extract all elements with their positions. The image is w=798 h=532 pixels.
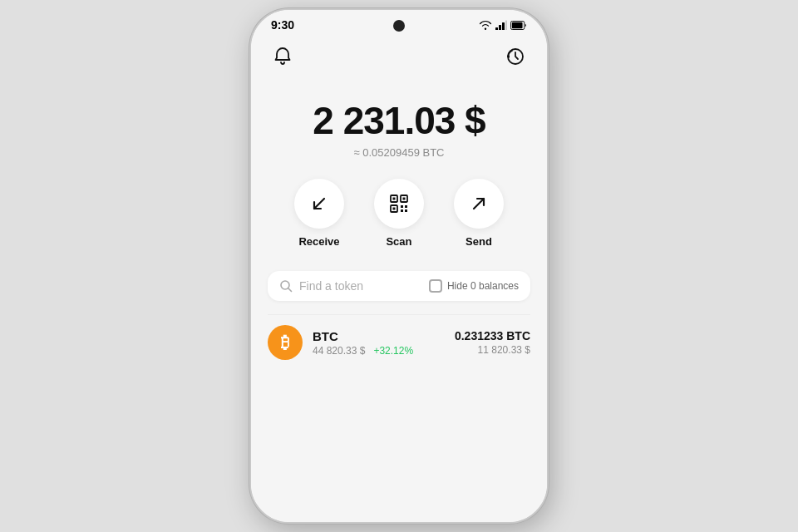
token-list: ₿ BTC 44 820.33 $ +32.12% 0.231233 BTC 1… xyxy=(268,314,530,522)
svg-rect-16 xyxy=(401,209,403,212)
camera-notch xyxy=(393,20,405,32)
bell-icon xyxy=(273,47,292,66)
wifi-icon xyxy=(479,20,492,30)
top-bar-actions xyxy=(268,35,530,85)
btc-values: 0.231233 BTC 11 820.33 $ xyxy=(455,329,530,356)
svg-rect-3 xyxy=(505,21,507,31)
scan-action[interactable]: Scan xyxy=(374,179,424,248)
btc-name: BTC xyxy=(313,329,445,343)
svg-rect-17 xyxy=(405,209,407,212)
receive-circle xyxy=(294,179,344,229)
phone-shell: 9:30 xyxy=(249,8,549,524)
btc-usd: 11 820.33 $ xyxy=(455,344,530,356)
btc-change: +32.12% xyxy=(373,345,413,357)
hide-balance-section[interactable]: Hide 0 balances xyxy=(429,279,519,293)
svg-rect-14 xyxy=(401,205,403,208)
hide-balance-label: Hide 0 balances xyxy=(447,280,519,292)
btc-info: BTC 44 820.33 $ +32.12% xyxy=(313,329,445,357)
scan-circle xyxy=(374,179,424,229)
svg-rect-15 xyxy=(405,205,407,208)
receive-label: Receive xyxy=(298,235,339,248)
signal-icon xyxy=(495,20,507,30)
svg-line-7 xyxy=(314,199,324,209)
btc-price: 44 820.33 $ xyxy=(313,345,365,357)
send-action[interactable]: Send xyxy=(454,179,504,248)
svg-rect-13 xyxy=(393,208,396,210)
balance-amount: 2 231.03 $ xyxy=(313,101,485,140)
send-label: Send xyxy=(466,235,492,248)
svg-rect-0 xyxy=(495,27,498,30)
scan-label: Scan xyxy=(386,235,411,248)
arrow-up-right-icon xyxy=(467,192,490,215)
status-time: 9:30 xyxy=(271,18,294,32)
btc-amount: 0.231233 BTC xyxy=(455,329,530,342)
btc-icon: ₿ xyxy=(268,325,303,360)
svg-rect-1 xyxy=(499,25,501,30)
hide-balance-checkbox[interactable] xyxy=(429,279,442,293)
arrow-down-left-icon xyxy=(308,192,331,215)
balance-section: 2 231.03 $ ≈ 0.05209459 BTC xyxy=(268,85,530,179)
battery-icon xyxy=(510,21,527,30)
notifications-button[interactable] xyxy=(268,42,298,71)
qr-code-icon xyxy=(387,192,411,215)
app-content: 2 231.03 $ ≈ 0.05209459 BTC Receive xyxy=(251,35,547,522)
btc-sub: 44 820.33 $ +32.12% xyxy=(313,345,445,357)
search-placeholder-text: Find a token xyxy=(299,279,363,293)
receive-action[interactable]: Receive xyxy=(294,179,344,248)
svg-line-20 xyxy=(288,288,292,292)
status-icons xyxy=(479,20,527,30)
action-buttons: Receive xyxy=(268,179,530,248)
history-icon xyxy=(505,47,525,66)
svg-line-18 xyxy=(474,199,484,209)
svg-rect-11 xyxy=(403,198,406,200)
screen: 9:30 xyxy=(251,10,547,522)
search-icon xyxy=(279,279,293,293)
svg-rect-5 xyxy=(512,22,523,27)
send-circle xyxy=(454,179,504,229)
search-section: Find a token Hide 0 balances xyxy=(268,271,530,301)
search-left: Find a token xyxy=(279,279,421,293)
svg-rect-9 xyxy=(393,198,396,200)
history-button[interactable] xyxy=(500,42,530,71)
svg-rect-2 xyxy=(502,22,505,30)
balance-btc: ≈ 0.05209459 BTC xyxy=(353,146,444,159)
token-item-btc[interactable]: ₿ BTC 44 820.33 $ +32.12% 0.231233 BTC 1… xyxy=(268,314,530,370)
